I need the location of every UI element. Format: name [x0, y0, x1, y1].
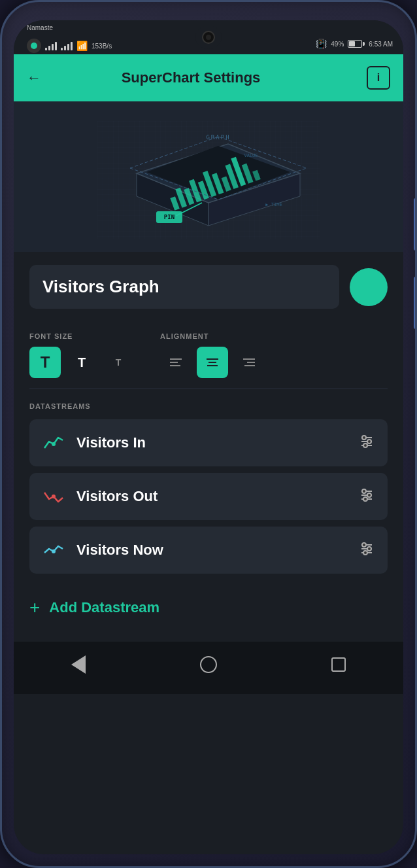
svg-point-44 — [362, 489, 366, 493]
bottom-nav — [14, 642, 403, 694]
status-bar: Namaste 📶 153B/s — [14, 20, 403, 54]
align-right-icon — [242, 356, 256, 368]
datastream-name-visitors-in: Visitors In — [76, 434, 348, 451]
datastream-name-visitors-out: Visitors Out — [76, 488, 348, 505]
font-size-small-button[interactable]: T — [103, 347, 134, 378]
alignment-buttons — [160, 347, 265, 378]
back-nav-button[interactable] — [62, 648, 95, 681]
music-icon — [27, 39, 41, 53]
battery-icon — [348, 40, 365, 48]
status-icons-left: 📶 153B/s — [27, 39, 112, 53]
align-center-button[interactable] — [197, 347, 228, 378]
home-nav-icon — [200, 656, 217, 673]
svg-point-37 — [362, 436, 366, 440]
recent-nav-button[interactable] — [322, 648, 355, 681]
svg-point-51 — [362, 543, 366, 547]
svg-point-53 — [363, 551, 367, 555]
hero-diagram: GRAPH VALUE ▶ TIME PIN — [14, 101, 403, 252]
svg-point-33 — [52, 442, 56, 446]
visitors-now-icon — [42, 538, 66, 562]
vibrate-icon: 📳 — [316, 39, 327, 49]
info-button[interactable]: i — [367, 66, 390, 90]
home-nav-button[interactable] — [192, 648, 225, 681]
font-size-medium-button[interactable]: T — [66, 347, 97, 378]
align-right-button[interactable] — [233, 347, 265, 378]
visitors-in-icon — [42, 431, 66, 455]
svg-point-45 — [367, 493, 371, 497]
app-name-label: Namaste — [27, 24, 53, 31]
font-size-label: FONT SIZE — [29, 332, 134, 340]
svg-point-52 — [367, 547, 371, 551]
camera-dot — [202, 31, 215, 44]
font-size-group: FONT SIZE T T T — [29, 332, 134, 378]
iso-chart-diagram: GRAPH VALUE ▶ TIME PIN — [97, 121, 320, 239]
sliders-icon-1 — [359, 434, 375, 449]
datastreams-label: DATASTREAMS — [29, 402, 388, 410]
svg-point-38 — [367, 440, 371, 443]
wifi-icon: 📶 — [76, 41, 88, 51]
data-speed: 153B/s — [92, 43, 112, 50]
settings-section: FONT SIZE T T T ALIGNMENT — [14, 322, 403, 389]
camera-notch — [195, 26, 222, 49]
widget-name-text: Visitors Graph — [42, 277, 159, 296]
align-left-button[interactable] — [160, 347, 192, 378]
datastreams-section: DATASTREAMS Visitors In — [14, 389, 403, 587]
recent-nav-icon — [331, 657, 346, 672]
back-nav-icon — [71, 655, 86, 674]
svg-point-39 — [363, 443, 367, 447]
top-bar: ← SuperChart Settings i — [14, 54, 403, 101]
add-datastream-button[interactable]: + Add Datastream — [14, 587, 403, 629]
visitors-out-icon — [42, 485, 66, 508]
volume-down-button[interactable] — [414, 277, 417, 329]
svg-point-40 — [52, 495, 56, 498]
datastream-item-visitors-now[interactable]: Visitors Now — [29, 527, 388, 574]
camera-lens — [206, 35, 211, 40]
volume-up-button[interactable] — [414, 198, 417, 251]
svg-point-47 — [52, 549, 56, 553]
datastream-item-visitors-in[interactable]: Visitors In — [29, 419, 388, 466]
font-size-buttons: T T T — [29, 347, 134, 378]
phone-frame: Namaste 📶 153B/s — [0, 0, 417, 868]
widget-name-box: Visitors Graph — [29, 265, 339, 309]
datastream-settings-visitors-in[interactable] — [359, 434, 375, 453]
svg-text:▶ TIME: ▶ TIME — [265, 202, 282, 207]
phone-screen: Namaste 📶 153B/s — [14, 20, 403, 854]
svg-text:VALUE: VALUE — [244, 153, 258, 158]
time-display: 6:53 AM — [369, 41, 393, 48]
align-left-icon — [169, 356, 183, 368]
sliders-icon-2 — [359, 487, 375, 503]
svg-text:PIN: PIN — [164, 214, 175, 220]
add-datastream-label: Add Datastream — [49, 599, 159, 616]
datastream-name-visitors-now: Visitors Now — [76, 542, 348, 559]
widget-name-section: Visitors Graph — [14, 252, 403, 322]
add-icon: + — [29, 597, 40, 618]
alignment-group: ALIGNMENT — [160, 332, 265, 378]
toggle-switch[interactable] — [350, 268, 388, 306]
sliders-icon-3 — [359, 541, 375, 557]
page-title: SuperChart Settings — [52, 69, 330, 86]
font-size-large-button[interactable]: T — [29, 347, 61, 378]
datastream-item-visitors-out[interactable]: Visitors Out — [29, 473, 388, 520]
align-center-icon — [205, 356, 220, 368]
alignment-label: ALIGNMENT — [160, 332, 265, 340]
signal-bars-2 — [61, 41, 73, 50]
status-icons-right: 📳 49% 6:53 AM — [316, 39, 393, 49]
main-content: Visitors Graph FONT SIZE T T T — [14, 252, 403, 642]
settings-row: FONT SIZE T T T ALIGNMENT — [29, 332, 388, 378]
datastream-settings-visitors-now[interactable] — [359, 541, 375, 560]
signal-bars-1 — [45, 41, 57, 50]
battery-percent: 49% — [331, 41, 344, 48]
datastream-settings-visitors-out[interactable] — [359, 487, 375, 506]
back-button[interactable]: ← — [27, 69, 41, 86]
svg-point-46 — [363, 497, 367, 501]
